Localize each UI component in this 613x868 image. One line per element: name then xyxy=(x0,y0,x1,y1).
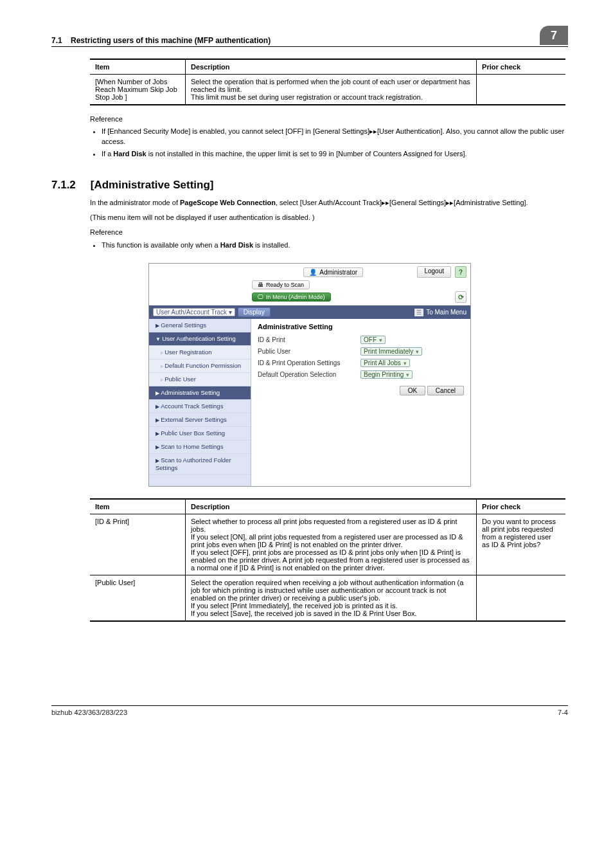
cell-prior xyxy=(477,75,565,105)
sidebar: General Settings User Authentication Set… xyxy=(149,319,251,486)
reference-item: If a Hard Disk is not installed in this … xyxy=(102,149,568,159)
sidebar-item-public-user-box-setting[interactable]: Public User Box Setting xyxy=(149,427,251,440)
help-icon[interactable]: ? xyxy=(455,266,466,278)
admin-screenshot: Administrator Logout ? 🖶 Ready to Scan 🖵… xyxy=(148,263,471,487)
person-icon xyxy=(309,269,317,276)
sidebar-item-scan-to-authorized-folder[interactable]: Scan to Authorized Folder Settings xyxy=(149,454,251,475)
reference-item: If [Enhanced Security Mode] is enabled, … xyxy=(102,127,568,147)
default-op-select[interactable]: Begin Printing xyxy=(360,370,413,379)
cell-prior xyxy=(477,575,565,622)
sidebar-item-account-track-settings[interactable]: Account Track Settings xyxy=(149,400,251,413)
display-button[interactable]: Display xyxy=(238,307,271,317)
col-item-header: Item xyxy=(90,59,186,75)
form-row-id-print-op: ID & Print Operation Settings Print All … xyxy=(258,359,464,367)
col-prior-header: Prior check xyxy=(477,499,565,514)
sidebar-item-public-user[interactable]: Public User xyxy=(149,373,251,386)
col-prior-header: Prior check xyxy=(477,59,565,75)
page-badge: 7 xyxy=(540,26,568,45)
sidebar-item-user-auth-setting[interactable]: User Authentication Setting xyxy=(149,332,251,346)
form-row-public-user: Public User Print Immediately xyxy=(258,347,464,356)
sidebar-item-general-settings[interactable]: General Settings xyxy=(149,319,251,332)
table-row: [When Number of Jobs Reach Maximum Skip … xyxy=(90,75,565,105)
reference-block-2: Reference This function is available onl… xyxy=(90,228,568,250)
form-label: ID & Print xyxy=(258,336,360,343)
page-footer: bizhub 423/363/283/223 7-4 xyxy=(51,705,568,736)
status-menu-mode: 🖵 In Menu (Admin Mode) xyxy=(252,293,331,302)
sidebar-item-user-registration[interactable]: User Registration xyxy=(149,346,251,359)
table-admin-setting: Item Description Prior check [ID & Print… xyxy=(90,498,565,622)
public-user-select[interactable]: Print Immediately xyxy=(360,347,422,356)
cancel-button[interactable]: Cancel xyxy=(427,386,464,395)
table-job-limit: Item Description Prior check [When Numbe… xyxy=(90,59,565,105)
cell-desc: Select whether to process all print jobs… xyxy=(186,514,477,575)
footer-left: bizhub 423/363/283/223 xyxy=(51,709,127,716)
to-main-menu-link[interactable]: ☰ To Main Menu xyxy=(414,309,466,316)
cell-prior: Do you want to process all print jobs re… xyxy=(477,514,565,575)
header-section-title: Restricting users of this machine (MFP a… xyxy=(71,36,271,45)
form-row-default-op: Default Operation Selection Begin Printi… xyxy=(258,370,464,379)
sidebar-item-administrative-setting[interactable]: Administrative Setting xyxy=(149,386,251,400)
reference-item: This function is available only when a H… xyxy=(102,240,568,250)
reference-label: Reference xyxy=(90,228,568,237)
id-print-op-select[interactable]: Print All Jobs xyxy=(360,359,410,367)
section-para-2: (This menu item will not be displayed if… xyxy=(90,213,568,222)
header-section-no: 7.1 xyxy=(51,36,62,45)
content-title: Administrative Setting xyxy=(258,323,464,330)
section-number: 7.1.2 xyxy=(51,179,87,192)
section-title-text: [Administrative Setting] xyxy=(91,179,214,191)
ok-button[interactable]: OK xyxy=(400,386,425,395)
administrator-badge: Administrator xyxy=(303,267,363,277)
form-label: Default Operation Selection xyxy=(258,371,360,378)
reference-label: Reference xyxy=(90,114,568,124)
section-heading: 7.1.2 [Administrative Setting] xyxy=(51,179,568,192)
logout-button[interactable]: Logout xyxy=(417,266,451,278)
footer-right: 7-4 xyxy=(558,709,568,716)
cell-desc: Select the operation required when recei… xyxy=(186,575,477,622)
table-row: [ID & Print] Select whether to process a… xyxy=(90,514,565,575)
status-ready: 🖶 Ready to Scan xyxy=(252,280,310,289)
menu-icon: ☰ xyxy=(414,309,423,316)
cell-item: [ID & Print] xyxy=(90,514,186,575)
cell-desc: Select the operation that is performed w… xyxy=(186,75,477,105)
reference-block-1: Reference If [Enhanced Security Mode] is… xyxy=(90,114,568,159)
refresh-icon[interactable] xyxy=(455,291,466,303)
form-row-id-print: ID & Print OFF xyxy=(258,336,464,344)
sidebar-item-scan-to-home-settings[interactable]: Scan to Home Settings xyxy=(149,440,251,454)
nav-select[interactable]: User Auth/Account Track ▾ xyxy=(153,308,235,316)
printer-icon: 🖶 xyxy=(258,282,263,288)
form-label: ID & Print Operation Settings xyxy=(258,359,360,366)
chevron-down-icon: ▾ xyxy=(229,309,232,316)
section-para-1: In the administrator mode of PageScope W… xyxy=(90,198,568,208)
id-print-select[interactable]: OFF xyxy=(360,336,386,344)
sidebar-item-default-function-permission[interactable]: Default Function Permission xyxy=(149,359,251,373)
col-desc-header: Description xyxy=(186,499,477,514)
table-row: [Public User] Select the operation requi… xyxy=(90,575,565,622)
administrator-label: Administrator xyxy=(319,269,357,276)
sidebar-item-external-server-settings[interactable]: External Server Settings xyxy=(149,413,251,427)
form-label: Public User xyxy=(258,348,360,355)
screen-icon: 🖵 xyxy=(258,294,263,300)
cell-item: [When Number of Jobs Reach Maximum Skip … xyxy=(90,75,186,105)
col-item-header: Item xyxy=(90,499,186,514)
col-desc-header: Description xyxy=(186,59,477,75)
cell-item: [Public User] xyxy=(90,575,186,622)
